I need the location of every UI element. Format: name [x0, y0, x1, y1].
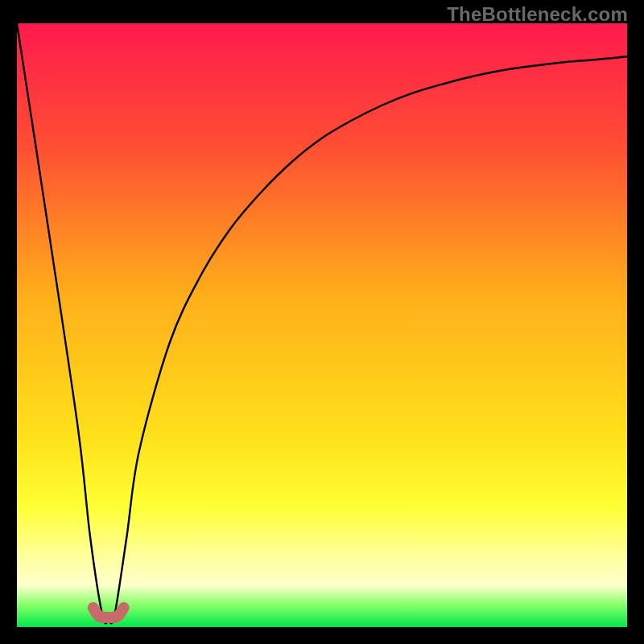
bottleneck-chart [17, 23, 627, 627]
gradient-background [17, 23, 627, 627]
chart-frame [17, 23, 627, 627]
watermark-text: TheBottleneck.com [447, 3, 628, 26]
